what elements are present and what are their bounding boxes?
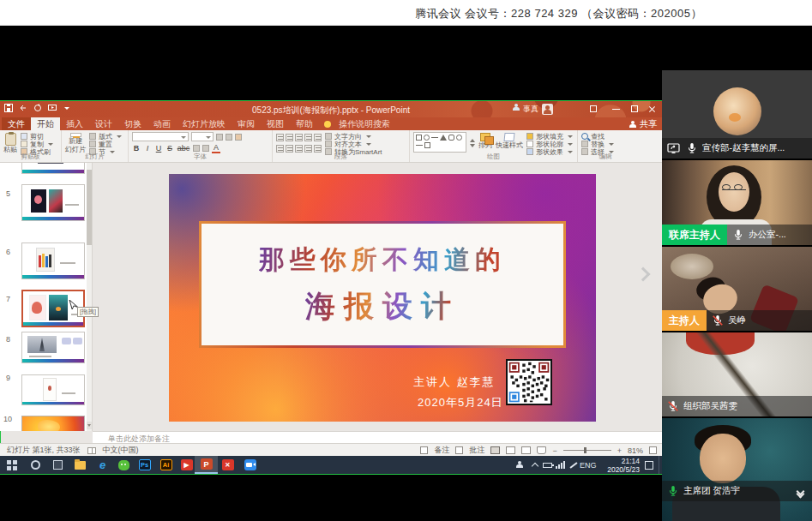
- underline-button[interactable]: U: [154, 144, 163, 153]
- decrease-font-icon[interactable]: [226, 134, 232, 141]
- participant-tile-muted[interactable]: 组织部吴茜雯: [662, 332, 812, 416]
- tab-insert[interactable]: 插入: [60, 117, 89, 130]
- clear-formatting-icon[interactable]: [235, 134, 242, 141]
- reset-button[interactable]: 重置: [89, 141, 122, 147]
- increase-font-icon[interactable]: [216, 134, 223, 141]
- slide-thumbnail-10[interactable]: [21, 416, 85, 431]
- edge-button[interactable]: e: [96, 458, 109, 471]
- account-avatar[interactable]: [542, 104, 553, 115]
- abc-strike-button[interactable]: abc: [177, 144, 190, 153]
- tray-contacts-button[interactable]: [513, 458, 526, 471]
- slide-sorter-view-icon[interactable]: [506, 446, 515, 454]
- file-explorer-button[interactable]: [74, 458, 87, 471]
- increase-indent-icon[interactable]: [304, 134, 312, 141]
- justify-icon[interactable]: [304, 145, 312, 153]
- tray-hidden-icons-button[interactable]: [528, 458, 541, 471]
- meeting-app-button[interactable]: [244, 458, 256, 471]
- font-size-combo[interactable]: [191, 132, 214, 141]
- comments-toggle[interactable]: 批注: [469, 445, 484, 456]
- input-language[interactable]: ENG: [580, 461, 597, 470]
- slideshow-view-icon[interactable]: [537, 446, 546, 454]
- notes-pane[interactable]: 单击此处添加备注: [93, 431, 662, 443]
- spellcheck-icon[interactable]: [87, 447, 96, 454]
- taskbar-clock[interactable]: 21:14 2020/5/23: [600, 458, 640, 475]
- tab-help[interactable]: 帮助: [290, 117, 319, 130]
- slide-thumbnail-5[interactable]: [21, 184, 85, 221]
- tab-home[interactable]: 开始: [31, 117, 60, 130]
- line-spacing-icon[interactable]: [314, 134, 322, 141]
- tab-animations[interactable]: 动画: [147, 117, 177, 130]
- bullets-icon[interactable]: [276, 134, 284, 141]
- close-button[interactable]: [648, 105, 656, 113]
- arrange-button[interactable]: 排列: [478, 132, 492, 153]
- font-name-combo[interactable]: [132, 132, 189, 141]
- new-slide-button[interactable]: 新建 幻灯片: [65, 132, 86, 153]
- normal-view-icon[interactable]: [490, 446, 500, 454]
- shapes-gallery[interactable]: [413, 132, 466, 153]
- tab-design[interactable]: 设计: [89, 117, 118, 130]
- participant-tile-cohost[interactable]: 联席主持人 办公室-...: [662, 160, 812, 245]
- reading-view-icon[interactable]: [521, 446, 531, 454]
- restore-button[interactable]: [631, 105, 638, 112]
- fit-slide-icon[interactable]: [649, 446, 657, 454]
- tab-tell-me[interactable]: 操作说明搜索: [333, 117, 396, 130]
- align-right-icon[interactable]: [295, 145, 303, 153]
- x-app-button[interactable]: ✕: [221, 458, 234, 471]
- photoshop-button[interactable]: Ps: [138, 458, 151, 471]
- columns-icon[interactable]: [314, 145, 322, 153]
- language-indicator[interactable]: 中文(中国): [103, 445, 139, 456]
- tray-battery[interactable]: [541, 458, 554, 471]
- cortana-button[interactable]: [29, 458, 42, 471]
- shapes-scroll-up-icon[interactable]: [470, 139, 475, 142]
- bold-button[interactable]: B: [132, 144, 141, 153]
- illustrator-button[interactable]: Ai: [159, 458, 172, 471]
- tab-review[interactable]: 审阅: [232, 117, 261, 130]
- ribbon-display-options-icon[interactable]: [590, 105, 597, 112]
- shapes-scroll-down-icon[interactable]: [470, 144, 475, 147]
- red-app-button[interactable]: ▶: [180, 458, 193, 471]
- character-spacing-icon[interactable]: [193, 145, 200, 152]
- align-center-icon[interactable]: [286, 145, 293, 153]
- participant-tile-sharing[interactable]: 宣传部-赵李慧的屏...: [662, 70, 812, 159]
- zoom-out-icon[interactable]: −: [552, 446, 556, 455]
- align-left-icon[interactable]: [276, 145, 284, 153]
- notes-toggle[interactable]: 备注: [434, 445, 449, 456]
- reset-icon: [89, 141, 96, 147]
- quick-styles-button[interactable]: 快速样式: [496, 132, 523, 153]
- minimize-button[interactable]: [612, 109, 620, 110]
- current-slide[interactable]: 那些你所不知道的 海报设计 主讲人 赵李慧 2020年5月24日: [169, 174, 596, 422]
- strikethrough-button[interactable]: S: [165, 144, 174, 153]
- powerpoint-taskbar-button-active[interactable]: P: [195, 456, 218, 474]
- tray-network[interactable]: [554, 458, 567, 471]
- italic-button[interactable]: I: [143, 144, 152, 153]
- thumbnail-scroll-down-icon[interactable]: [87, 422, 92, 429]
- tab-view[interactable]: 视图: [261, 117, 290, 130]
- tab-file[interactable]: 文件: [2, 117, 31, 130]
- zoom-in-icon[interactable]: +: [617, 446, 622, 455]
- account-name[interactable]: 事真: [523, 104, 538, 115]
- start-button[interactable]: [5, 458, 18, 471]
- participant-tile-host[interactable]: 主持人 吴峥: [662, 247, 812, 331]
- tab-slideshow[interactable]: 幻灯片放映: [177, 117, 232, 130]
- change-case-icon[interactable]: [202, 145, 209, 152]
- zoom-slider[interactable]: [563, 450, 611, 451]
- slide-thumbnail-8[interactable]: [21, 332, 85, 363]
- tab-transitions[interactable]: 切换: [118, 117, 147, 130]
- share-button[interactable]: 共享: [629, 117, 657, 130]
- collapse-panel-button[interactable]: [797, 492, 803, 497]
- wechat-button[interactable]: [117, 458, 130, 471]
- decrease-indent-icon[interactable]: [295, 134, 303, 141]
- task-view-button[interactable]: [51, 458, 64, 471]
- slide-thumbnail-6[interactable]: [21, 243, 85, 279]
- paste-button[interactable]: 粘贴: [3, 132, 17, 153]
- thumbnail-scrollbar-thumb[interactable]: [87, 170, 92, 245]
- zoom-level[interactable]: 81%: [628, 446, 643, 455]
- zoom-slider-thumb[interactable]: [584, 447, 586, 453]
- edge-icon: e: [99, 458, 105, 471]
- slide-thumbnail-9[interactable]: [21, 374, 85, 405]
- tray-input-pen[interactable]: [567, 458, 580, 471]
- action-center-button[interactable]: [642, 458, 655, 471]
- slide-thumbnail-4-partial[interactable]: [21, 163, 85, 174]
- numbering-icon[interactable]: [286, 134, 293, 141]
- participant-tile-speaking[interactable]: 主席团 贺浩宇: [662, 418, 812, 521]
